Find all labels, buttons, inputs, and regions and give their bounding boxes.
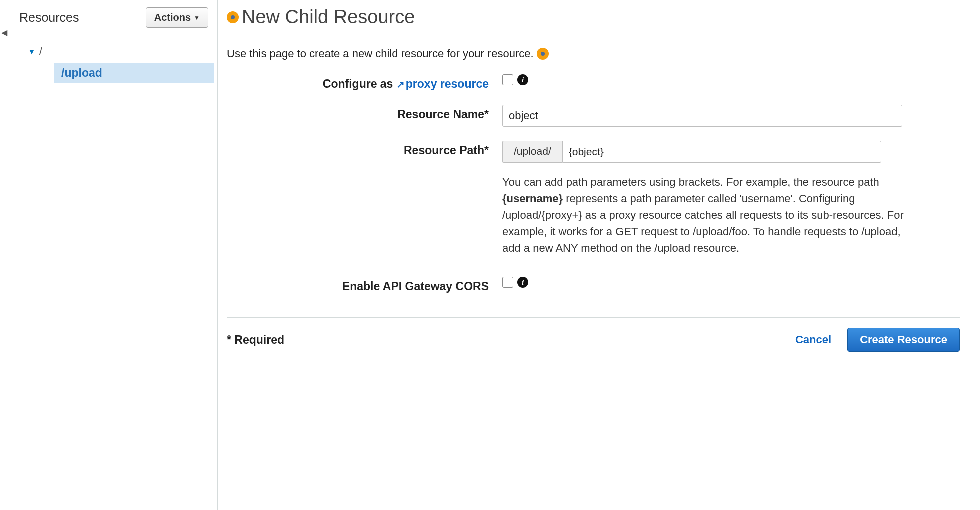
actions-button[interactable]: Actions ▼ — [146, 7, 208, 28]
rail-top-box — [2, 13, 8, 19]
page-title: New Child Resource — [242, 6, 415, 28]
info-icon[interactable]: i — [517, 74, 528, 85]
resource-name-label: Resource Name* — [227, 105, 502, 121]
annotation-marker-icon — [537, 48, 549, 60]
collapse-handle-icon[interactable]: ◀ — [1, 28, 7, 37]
sidebar-title: Resources — [19, 10, 79, 25]
external-link-icon: ↗ — [396, 78, 405, 90]
proxy-label: Configure as ↗proxy resource — [227, 74, 502, 91]
create-resource-button[interactable]: Create Resource — [847, 328, 960, 352]
resource-tree: ▼ / /upload — [19, 36, 217, 83]
tree-item-upload[interactable]: /upload — [54, 63, 214, 83]
create-resource-form: Configure as ↗proxy resource i Resource … — [227, 74, 960, 293]
cancel-button[interactable]: Cancel — [795, 333, 831, 346]
help-pre: You can add path parameters using bracke… — [502, 176, 879, 188]
resource-path-input[interactable] — [562, 141, 881, 163]
help-bold: {username} — [502, 192, 563, 205]
proxy-resource-link[interactable]: proxy resource — [406, 77, 489, 90]
resource-path-help: You can add path parameters using bracke… — [502, 174, 912, 257]
form-footer: * Required Cancel Create Resource — [227, 317, 960, 352]
page-description: Use this page to create a new child reso… — [227, 47, 534, 60]
resource-name-input[interactable] — [502, 105, 902, 127]
annotation-marker-icon — [227, 11, 239, 23]
required-note: * Required — [227, 333, 284, 347]
resource-path-prefix: /upload/ — [502, 141, 562, 163]
resources-sidebar: Resources Actions ▼ ▼ / /upload — [10, 0, 218, 510]
tree-root-row[interactable]: ▼ / — [19, 45, 217, 58]
tree-expand-icon[interactable]: ▼ — [28, 48, 35, 56]
actions-button-label: Actions — [154, 12, 191, 23]
cors-checkbox[interactable] — [502, 277, 513, 288]
info-icon[interactable]: i — [517, 277, 528, 288]
resource-path-label: Resource Path* — [227, 141, 502, 157]
tree-root-label: / — [39, 45, 42, 58]
collapse-rail: ◀ — [0, 0, 10, 510]
title-divider — [227, 38, 960, 38]
caret-down-icon: ▼ — [194, 14, 200, 21]
cors-label: Enable API Gateway CORS — [227, 277, 502, 293]
proxy-checkbox[interactable] — [502, 74, 513, 85]
proxy-label-prefix: Configure as — [323, 77, 396, 90]
help-post: represents a path parameter called 'user… — [502, 192, 904, 254]
main-panel: New Child Resource Use this page to crea… — [218, 0, 980, 510]
